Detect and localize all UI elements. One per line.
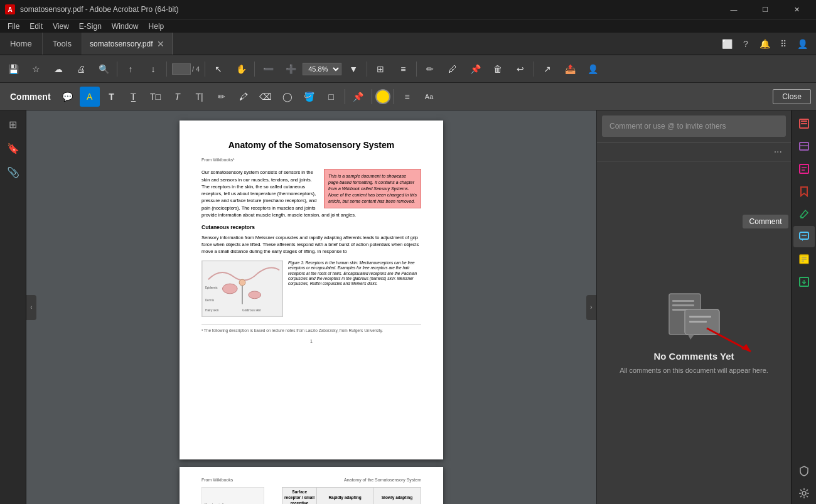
tab-close-button[interactable]: ✕ (157, 39, 164, 49)
save-button[interactable]: 💾 (3, 58, 24, 80)
menu-view[interactable]: View (48, 21, 74, 32)
close-button[interactable]: ✕ (782, 0, 811, 19)
comment-input[interactable] (602, 115, 786, 137)
menu-window[interactable]: Window (107, 21, 144, 32)
minimize-button[interactable]: — (719, 0, 748, 19)
zoom-out-btn2[interactable]: ➖ (257, 58, 279, 80)
pdf-source: From Wikibooks¹ (201, 157, 421, 163)
scroll-up-button[interactable]: ↑ (120, 58, 141, 80)
frs-comment-btn[interactable]: Comment (793, 226, 815, 247)
upload-button[interactable]: ☁ (48, 58, 69, 80)
svg-rect-26 (800, 164, 808, 173)
maximize-button[interactable]: ☐ (751, 0, 780, 19)
frs-redpurple-btn[interactable] (793, 181, 815, 202)
menu-help[interactable]: Help (144, 21, 169, 32)
more-options-btn[interactable]: ··· (770, 145, 786, 159)
tab-doc-label: somatosensory.pdf (90, 40, 153, 48)
svg-rect-12 (672, 300, 694, 302)
settings-icon (798, 488, 810, 499)
text-callout-btn[interactable]: T̲ (124, 87, 144, 107)
share-doc-btn[interactable]: ↗ (537, 58, 558, 80)
fill-btn[interactable]: 🪣 (299, 87, 319, 107)
svg-point-38 (802, 491, 806, 495)
frs-pink-btn[interactable] (793, 158, 815, 180)
frs-yellow-btn[interactable] (793, 249, 815, 270)
color-picker[interactable] (375, 89, 390, 104)
zoom-select-wrapper[interactable]: 45.8% (303, 63, 341, 75)
pencil-btn[interactable]: ✏ (212, 87, 232, 107)
text-style-btn[interactable]: T (168, 87, 188, 107)
frs-green-btn[interactable] (793, 203, 815, 225)
text-note-btn[interactable]: T (102, 87, 122, 107)
text-cursor-btn[interactable]: T| (190, 87, 210, 107)
delete-btn[interactable]: 🗑 (487, 58, 508, 80)
scroll-down-button[interactable]: ↓ (142, 58, 164, 80)
menu-file[interactable]: File (3, 21, 24, 32)
sticky-note-btn[interactable]: 💬 (58, 87, 78, 107)
collapse-left-btn[interactable]: ‹ (26, 295, 36, 320)
print-button[interactable]: 🖨 (70, 58, 92, 80)
annotate-btn[interactable]: 🖊 (442, 58, 463, 80)
highlight-btn[interactable]: A (80, 87, 100, 107)
close-comment-panel-btn[interactable]: Close (773, 89, 811, 104)
toolbar: 💾 ☆ ☁ 🖨 🔍 ↑ ↓ 1 / 4 ↖ ✋ ➖ ➕ 45.8% ▼ ⊞ ≡ … (0, 55, 816, 83)
separator5 (367, 62, 367, 77)
zoom-out-button[interactable]: 🔍 (93, 58, 114, 80)
bookmark-button[interactable]: ☆ (25, 58, 46, 80)
frs-purple-btn[interactable] (793, 136, 815, 157)
sidebar-pages-btn[interactable]: ⊞ (2, 113, 24, 136)
stamp-btn[interactable]: 📌 (464, 58, 486, 80)
zoom-in-btn[interactable]: ➕ (280, 58, 301, 80)
pdf-page2-content: Muscle spindle Figure 2: Mammalian muscl… (201, 487, 421, 504)
grid-view-btn[interactable]: ⊞ (370, 58, 391, 80)
frs-settings-btn[interactable] (793, 483, 815, 504)
share-icon[interactable]: ⬜ (718, 35, 736, 53)
search-icon (798, 163, 810, 174)
section-cutaneous: Cutaneous receptors (201, 223, 421, 232)
scroll-pages-btn[interactable]: ≡ (392, 58, 414, 80)
page-thumbnail-icon (798, 118, 810, 129)
sidebar-bookmarks-btn[interactable]: 🔖 (2, 137, 24, 159)
font-size-btn[interactable]: Aa (419, 87, 439, 107)
lines-btn[interactable]: ≡ (397, 87, 417, 107)
ct-separator (345, 89, 345, 104)
more-options-bar: ··· (597, 142, 791, 162)
apps-icon[interactable]: ⠿ (775, 35, 792, 53)
tab-document[interactable]: somatosensory.pdf ✕ (82, 33, 173, 55)
menu-edit[interactable]: Edit (24, 21, 48, 32)
ct-separator3 (394, 89, 394, 104)
edit-btn[interactable]: ✏ (419, 58, 441, 80)
page-input-group: 1 / 4 (169, 63, 202, 75)
pin-btn[interactable]: 📌 (348, 87, 368, 107)
undo-btn[interactable]: ↩ (510, 58, 531, 80)
svg-marker-20 (741, 344, 751, 351)
notifications-icon[interactable]: 🔔 (756, 35, 773, 53)
sidebar-attachments-btn[interactable]: 📎 (2, 161, 24, 183)
frs-page-thumbnails[interactable] (793, 113, 815, 134)
zoom-dropdown-btn[interactable]: ▼ (343, 58, 364, 80)
pencil-icon (798, 208, 810, 220)
border-btn[interactable]: □ (321, 87, 341, 107)
tab-tools[interactable]: Tools (43, 33, 82, 55)
zoom-select[interactable]: 45.8% (303, 63, 341, 75)
text-box-btn[interactable]: T□ (146, 87, 166, 107)
export-icon (798, 276, 810, 287)
shapes-btn[interactable]: ◯ (277, 87, 298, 107)
svg-rect-9 (201, 487, 264, 504)
profile-icon[interactable]: 👤 (793, 35, 811, 53)
export-btn[interactable]: 📤 (559, 58, 581, 80)
select-tool[interactable]: ↖ (208, 58, 229, 80)
marker-btn[interactable]: 🖍 (234, 87, 254, 107)
sign-btn[interactable]: 👤 (582, 58, 603, 80)
frs-shield-btn[interactable] (793, 460, 815, 481)
eraser-btn[interactable]: ⌫ (255, 87, 276, 107)
title-bar: A somatosensory.pdf - Adobe Acrobat Pro … (0, 0, 816, 19)
no-comments-sub: All comments on this document will appea… (620, 365, 768, 376)
tab-home[interactable]: Home (0, 33, 43, 55)
page-input[interactable]: 1 (172, 63, 191, 75)
menu-esign[interactable]: E-Sign (74, 21, 107, 32)
collapse-right-btn[interactable]: › (586, 295, 596, 320)
pan-tool[interactable]: ✋ (230, 58, 252, 80)
frs-export-btn[interactable] (793, 271, 815, 292)
help-icon[interactable]: ? (737, 35, 754, 53)
